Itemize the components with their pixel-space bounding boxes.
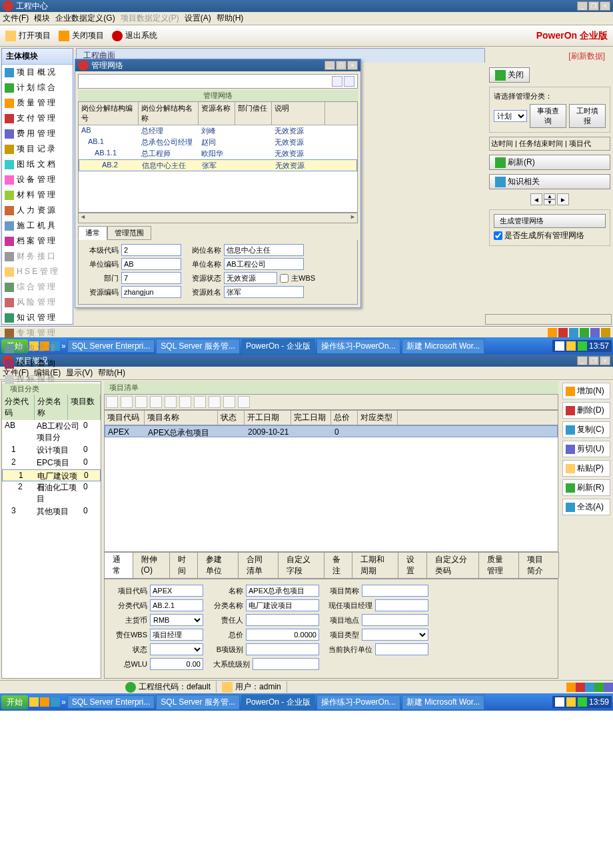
menu-module[interactable]: 模块 — [34, 13, 50, 24]
col-header[interactable]: 项目数 — [68, 395, 101, 420]
tray-icon[interactable] — [566, 341, 576, 351]
ql-icon[interactable] — [40, 697, 49, 707]
right-hscroll[interactable] — [485, 314, 612, 325]
sidebar-item[interactable]: 图 纸 文 档 — [2, 157, 73, 172]
query-button[interactable]: 事项查询 — [530, 104, 566, 128]
tb-icon[interactable] — [179, 396, 191, 408]
tray-icon[interactable] — [566, 683, 576, 692]
menu-enterprise[interactable]: 企业数据定义(G) — [55, 13, 115, 24]
sidebar-item[interactable]: 知 识 管 理 — [2, 310, 73, 325]
sidebar-item[interactable]: 综 合 管 理 — [2, 279, 73, 295]
tb-btn2[interactable] — [344, 76, 354, 87]
tree-row[interactable]: 1电厂建设项目0 — [2, 469, 101, 481]
inp-sys-level[interactable] — [253, 658, 319, 670]
tb-icon[interactable] — [121, 396, 133, 408]
close-project-button[interactable]: 关闭项目 — [59, 30, 104, 41]
exit-button[interactable]: 退出系统 — [112, 30, 157, 41]
col-header[interactable]: 资源名称 — [199, 102, 235, 125]
detail-tab[interactable]: 附伸(O) — [133, 552, 170, 578]
grid-row[interactable]: AB.2信息中心主任张军无效资源 — [79, 159, 357, 171]
tree-row[interactable]: 3其他项目0 — [2, 505, 101, 518]
tree-row[interactable]: 1设计项目0 — [2, 444, 101, 457]
sidebar-item[interactable]: 投 标 报 价 — [2, 371, 73, 387]
tray-icon[interactable] — [580, 328, 589, 337]
open-project-button[interactable]: 打开项目 — [5, 30, 51, 41]
inp-proj-name[interactable] — [246, 585, 319, 597]
menu-help[interactable]: 帮助(H) — [217, 13, 244, 24]
sidebar-item[interactable]: 支 付 管 理 — [2, 111, 73, 126]
menu-project-data[interactable]: 项目数据定义(P) — [121, 13, 179, 24]
tb-icon[interactable] — [238, 396, 250, 408]
sidebar-item[interactable]: 人 力 资 源 — [2, 203, 73, 218]
tray-icon[interactable] — [594, 683, 604, 692]
col-header[interactable]: 岗位分解结构编号 — [79, 102, 139, 125]
gen-network-button[interactable]: 生成管理网络 — [494, 214, 606, 228]
detail-tab[interactable]: 自定义分类码 — [426, 552, 479, 578]
col-header[interactable]: 部门借任 — [235, 102, 272, 125]
sidebar-item[interactable]: 风 险 管 理 — [2, 295, 73, 310]
dlg-close[interactable]: × — [347, 61, 358, 70]
action-button[interactable]: 粘贴(P) — [562, 460, 610, 477]
inp-proj-code[interactable] — [150, 585, 203, 597]
inp-dept[interactable] — [121, 272, 181, 284]
task-item[interactable]: PowerOn - 企业版 — [241, 695, 315, 710]
tray-icon[interactable] — [566, 697, 576, 707]
tray-icon[interactable] — [578, 697, 587, 707]
detail-tab[interactable]: 质量管理 — [478, 552, 519, 578]
tb-icon[interactable] — [165, 396, 177, 408]
task-item[interactable]: 新建 Microsoft Wor... — [402, 695, 484, 710]
tab-common[interactable]: 通常 — [78, 226, 107, 240]
tab-scope[interactable]: 管理范围 — [107, 226, 151, 240]
inp-cat-code[interactable] — [150, 599, 203, 611]
minimize-button[interactable]: _ — [577, 356, 588, 365]
inp-proj-short[interactable] — [362, 585, 428, 597]
inp-exec-unit[interactable] — [375, 643, 428, 655]
tray-icon[interactable] — [590, 328, 600, 337]
inp-pm[interactable] — [375, 599, 428, 611]
maximize-button[interactable]: ❐ — [588, 356, 599, 365]
nav-left[interactable]: ◄ — [530, 193, 542, 205]
sidebar-item[interactable]: 项 目 概 况 — [2, 65, 73, 80]
col-header[interactable]: 开工日期 — [245, 411, 291, 425]
col-header[interactable]: 总价 — [331, 411, 358, 425]
action-button[interactable]: 复制(C) — [562, 421, 610, 438]
start-button[interactable]: 开始 — [1, 695, 28, 709]
tray-icon[interactable] — [604, 683, 613, 692]
sidebar-item[interactable]: 专 项 管 理 — [2, 325, 73, 341]
inp-wbs[interactable] — [150, 629, 203, 641]
tb-icon[interactable] — [150, 396, 162, 408]
sel-status[interactable] — [150, 643, 203, 655]
sidebar-item[interactable]: 项 目 记 录 — [2, 141, 73, 157]
detail-tab[interactable]: 时间 — [169, 552, 199, 578]
inp-res-code[interactable] — [121, 286, 181, 298]
tray-icon[interactable] — [555, 697, 564, 707]
tray-icon[interactable] — [576, 683, 585, 692]
grid-row[interactable]: AB.1总承包公司经理赵同无效资源 — [79, 137, 357, 148]
col-header[interactable]: 分类代码 — [2, 395, 35, 420]
col-header[interactable]: 完工日期 — [291, 411, 331, 425]
nav-right[interactable]: ► — [557, 193, 569, 205]
inp-pos-name[interactable] — [224, 244, 304, 256]
task-item[interactable]: PowerOn - 企业版 — [241, 339, 315, 354]
tb-btn1[interactable] — [332, 76, 342, 87]
tray-icon[interactable] — [558, 328, 568, 337]
nav-down[interactable]: ▼ — [544, 199, 556, 205]
tb-icon[interactable] — [135, 396, 147, 408]
sidebar-item[interactable]: 材 料 管 理 — [2, 187, 73, 203]
gen-all-checkbox[interactable] — [494, 231, 502, 240]
action-button[interactable]: 刷新(R) — [562, 479, 610, 496]
detail-tab[interactable]: 自定义字段 — [278, 552, 324, 578]
task-item[interactable]: SQL Server Enterpri... — [67, 339, 155, 353]
task-item[interactable]: 操作练习-PowerOn... — [316, 695, 400, 710]
ql-icon[interactable] — [29, 697, 39, 707]
inp-cat-name[interactable] — [246, 599, 319, 611]
detail-tab[interactable]: 项目简介 — [518, 552, 559, 578]
tree-row[interactable]: 2石油化工项目0 — [2, 481, 101, 505]
sidebar-item[interactable]: 施 工 机 具 — [2, 218, 73, 233]
sel-proj-type[interactable] — [362, 629, 428, 641]
col-header[interactable]: 项目名称 — [145, 411, 218, 425]
dlg-min[interactable]: _ — [324, 61, 335, 70]
grid-hscroll[interactable] — [78, 213, 358, 223]
task-item[interactable]: 操作练习-PowerOn... — [316, 339, 400, 354]
detail-tab[interactable]: 工期和周期 — [352, 552, 398, 578]
